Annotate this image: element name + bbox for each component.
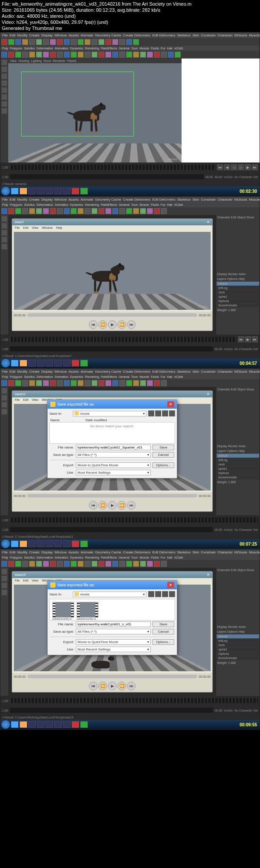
- saveas-dropdown[interactable]: All Files (*.*)▾: [76, 452, 151, 458]
- time-slider[interactable]: 1.00 ⏮◀◁▷▶⏭: [0, 163, 260, 172]
- shelf-icon[interactable]: [57, 561, 63, 567]
- shelf-icon[interactable]: [36, 380, 42, 386]
- pdf-icon[interactable]: [72, 540, 79, 547]
- shelf-icon[interactable]: [43, 380, 49, 386]
- tool-icon[interactable]: [1, 402, 7, 408]
- playblast-window[interactable]: blast11✕ FileEditViewWindowHelp 00:00:00…: [12, 390, 213, 512]
- shelf-icon[interactable]: [119, 52, 125, 58]
- shelf-icon[interactable]: [64, 561, 70, 567]
- taskbar-icon[interactable]: [28, 721, 36, 728]
- step-fwd-icon[interactable]: ⏩: [117, 320, 126, 329]
- range-slider[interactable]: 1.0048.00noSubNo Character Set: [0, 344, 260, 354]
- fast-fwd-icon[interactable]: ⏭: [252, 164, 258, 170]
- shelf-icon[interactable]: [57, 380, 63, 386]
- window-titlebar[interactable]: blast11✕: [12, 391, 212, 397]
- tool-icon[interactable]: [57, 39, 63, 45]
- tool-icon[interactable]: [1, 388, 7, 394]
- layer-item[interactable]: default: [217, 454, 259, 458]
- shelf-icon[interactable]: [91, 208, 98, 214]
- shelf-icon[interactable]: [50, 208, 56, 214]
- shelf-icon[interactable]: [105, 208, 111, 214]
- layer-item[interactable]: BoneAnimatic: [217, 303, 259, 307]
- shelf-icon[interactable]: [98, 561, 104, 567]
- tool-icon[interactable]: [133, 39, 139, 45]
- tool-icon[interactable]: [1, 216, 7, 222]
- shelf-icon[interactable]: [133, 561, 139, 567]
- shelf-icon[interactable]: [15, 208, 21, 214]
- rewind-icon[interactable]: ⏮: [89, 682, 98, 690]
- time-slider[interactable]: 1.00 ⏮▶⏭: [0, 335, 260, 344]
- shelf-icon[interactable]: [50, 561, 56, 567]
- perspective-viewport[interactable]: ViewShadingLightingShowRendererPanels fr…: [8, 59, 260, 163]
- dialog-titlebar[interactable]: Save exported file as:✕: [48, 400, 177, 409]
- scale-tool-icon[interactable]: [1, 80, 7, 86]
- range-track[interactable]: [10, 174, 204, 179]
- layer-item[interactable]: spine1: [217, 295, 259, 299]
- layer-item[interactable]: BoneAnimatic: [217, 656, 259, 660]
- ie-icon[interactable]: [11, 360, 19, 367]
- play-icon[interactable]: ▶: [108, 320, 117, 329]
- save-button[interactable]: Save: [153, 621, 174, 627]
- layer-item[interactable]: BoneAnimatic: [217, 475, 259, 479]
- tool-icon[interactable]: [1, 582, 7, 588]
- play-fwd-icon[interactable]: ▷: [238, 164, 244, 170]
- savein-dropdown[interactable]: movie▾: [73, 411, 146, 416]
- windows-taskbar[interactable]: 00:02:30: [0, 186, 260, 196]
- shelf-icon[interactable]: [57, 52, 63, 58]
- up-icon[interactable]: [155, 591, 161, 597]
- shelf-icon[interactable]: [64, 208, 70, 214]
- window-titlebar[interactable]: blast7✕: [12, 219, 212, 225]
- shelf-icon[interactable]: [22, 561, 28, 567]
- taskbar-icon[interactable]: [46, 721, 53, 728]
- playblast-window[interactable]: blast7✕ FileEditViewWindowHelp frames 00…: [12, 218, 213, 331]
- view-icon[interactable]: [169, 591, 175, 597]
- taskbar-icon[interactable]: [63, 721, 71, 728]
- window-titlebar[interactable]: blast15✕: [12, 572, 212, 578]
- options-button[interactable]: Options...: [153, 462, 174, 468]
- shelf-tabs[interactable]: PolyPolygonsSubdivsDeformationAnimationD…: [0, 374, 260, 379]
- tool-icon[interactable]: [1, 108, 7, 114]
- tool-icon[interactable]: [1, 101, 7, 107]
- command-line[interactable]: // Result: C:\Users\Wuh\AppData\Local\Te…: [0, 354, 260, 358]
- tool-icon[interactable]: [29, 39, 35, 45]
- shelf-icon[interactable]: [105, 380, 111, 386]
- windows-taskbar[interactable]: 00:07:25: [0, 539, 260, 549]
- play-icon[interactable]: ▶: [108, 501, 117, 510]
- shelf-icon[interactable]: [71, 380, 77, 386]
- shelf-icon[interactable]: [161, 208, 167, 214]
- use-dropdown[interactable]: Most Recent Settings▾: [76, 647, 151, 652]
- shelf-icon[interactable]: [36, 208, 42, 214]
- tool-icon[interactable]: [105, 39, 111, 45]
- command-line[interactable]: // Result: C:\Users\Wuh\AppData\Local\Te…: [0, 534, 260, 539]
- shelf-icon[interactable]: [126, 561, 132, 567]
- step-fwd-icon[interactable]: ⏩: [117, 682, 126, 690]
- toolbox[interactable]: [0, 568, 8, 696]
- saveas-dropdown[interactable]: All Files (*.*)▾: [76, 629, 151, 634]
- timeline-track[interactable]: [10, 165, 215, 170]
- save-dialog[interactable]: Save exported file as:✕ Save in: movie▾ …: [47, 580, 177, 655]
- shelf-icon[interactable]: [64, 380, 70, 386]
- step-fwd-icon[interactable]: ▶: [245, 164, 251, 170]
- shelf-icon[interactable]: [91, 380, 98, 386]
- start-button-icon[interactable]: [1, 540, 10, 548]
- taskbar-icon[interactable]: [80, 360, 88, 367]
- main-menubar[interactable]: FileEditModifyCreateDisplayWindowAssetsA…: [0, 549, 260, 555]
- shelf-icon[interactable]: [154, 380, 160, 386]
- tool-icon[interactable]: [1, 575, 7, 582]
- tool-icon[interactable]: [22, 39, 28, 45]
- tool-icon[interactable]: [1, 94, 7, 100]
- shelf-icon[interactable]: [8, 52, 14, 58]
- shelf-icon[interactable]: [64, 52, 70, 58]
- close-icon[interactable]: ✕: [207, 392, 210, 396]
- cancel-button[interactable]: Cancel: [153, 629, 174, 634]
- cancel-button[interactable]: Cancel: [153, 452, 174, 458]
- main-menubar[interactable]: FileEditModifyCreateDisplayWindowAssetsA…: [0, 369, 260, 374]
- shelf-icon[interactable]: [133, 380, 139, 386]
- shelf-icon[interactable]: [126, 52, 132, 58]
- file-list[interactable]: kylekenworthy-w... kylekenworthy-w...: [49, 599, 175, 621]
- taskbar-icon[interactable]: [28, 540, 36, 547]
- pdf-icon[interactable]: [72, 188, 79, 195]
- taskbar-icon[interactable]: [63, 188, 71, 195]
- tool-icon[interactable]: [1, 87, 7, 93]
- rewind-icon[interactable]: ⏮: [89, 501, 98, 510]
